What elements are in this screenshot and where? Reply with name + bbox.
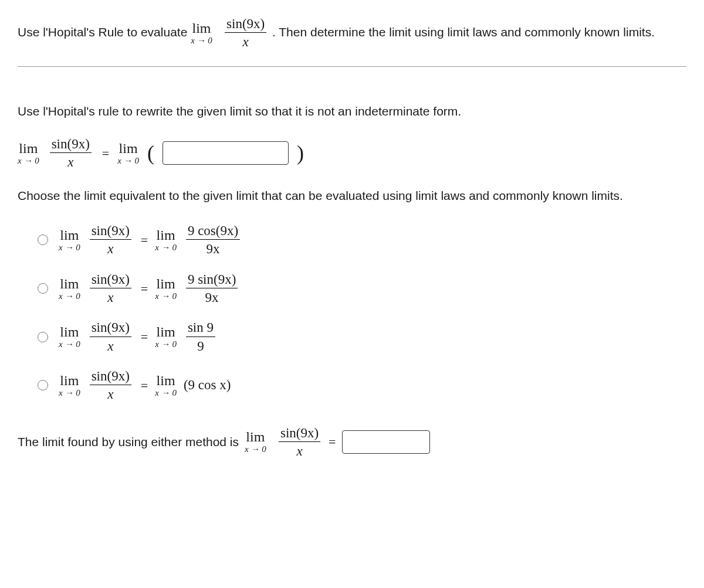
equals-sign: = xyxy=(102,144,109,163)
choice-1[interactable]: limx → 0 sin(9x)x = limx → 0 9 cos(9x)9x xyxy=(38,223,686,257)
lhs-lim: lim x → 0 xyxy=(18,141,39,165)
final-text: The limit found by using either method i… xyxy=(18,433,239,451)
final-answer-input[interactable] xyxy=(342,430,430,454)
lim-block: lim x → 0 xyxy=(191,21,212,45)
lhopital-answer-input[interactable] xyxy=(163,141,289,165)
right-paren: ) xyxy=(297,145,304,162)
choice-3-radio[interactable] xyxy=(38,332,48,342)
choice-1-radio[interactable] xyxy=(38,234,48,245)
section1-instruction: Use l'Hopital's rule to rewrite the give… xyxy=(18,102,686,121)
header-fraction: sin(9x) x xyxy=(225,16,266,50)
left-paren: ( xyxy=(147,145,154,162)
lhopital-equation: lim x → 0 sin(9x) x = lim x → 0 ( ) xyxy=(18,137,686,170)
section2-instruction: Choose the limit equivalent to the given… xyxy=(18,186,686,205)
final-equals: = xyxy=(329,432,336,451)
choice-4-radio[interactable] xyxy=(38,380,48,390)
final-limit-expr: lim x → 0 sin(9x) x xyxy=(245,426,323,459)
choice-4[interactable]: limx → 0 sin(9x)x = limx → 0 (9 cos x) xyxy=(38,369,686,402)
choice-2[interactable]: limx → 0 sin(9x)x = limx → 0 9 sin(9x)9x xyxy=(38,272,686,305)
lhs-fraction: sin(9x) x xyxy=(50,137,92,170)
choice-3[interactable]: limx → 0 sin(9x)x = limx → 0 sin 99 xyxy=(38,320,686,354)
rhs-lim: lim x → 0 xyxy=(117,141,139,165)
choice-2-radio[interactable] xyxy=(38,283,48,294)
final-answer-row: The limit found by using either method i… xyxy=(18,426,686,459)
header-text-before: Use l'Hopital's Rule to evaluate xyxy=(18,25,191,39)
choice-group: limx → 0 sin(9x)x = limx → 0 9 cos(9x)9x… xyxy=(38,223,686,402)
question-header: Use l'Hopital's Rule to evaluate lim x →… xyxy=(18,16,686,67)
header-text-after: . Then determine the limit using limit l… xyxy=(272,25,655,39)
header-limit-expr: lim x → 0 sin(9x) x xyxy=(191,25,272,39)
